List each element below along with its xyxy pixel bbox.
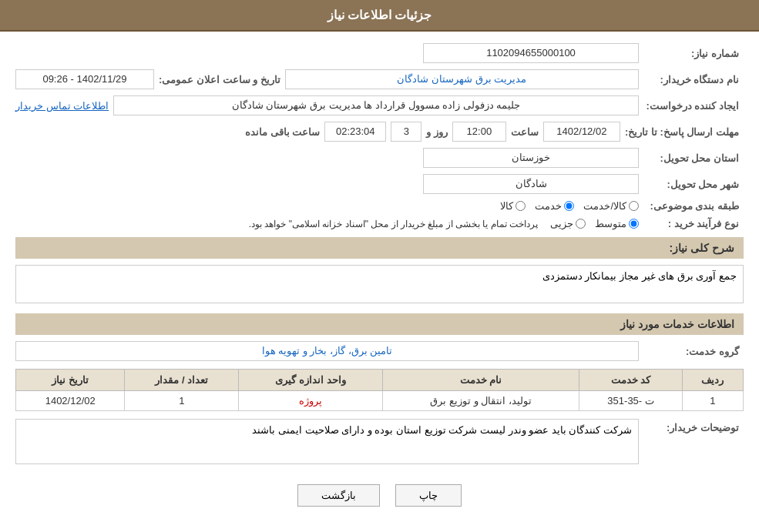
category-radio-group: کالا/خدمت خدمت کالا bbox=[500, 200, 639, 212]
cell-service-code: ت -35-351 bbox=[579, 391, 682, 411]
category-service-radio[interactable] bbox=[564, 201, 574, 211]
announce-value: 1402/11/29 - 09:26 bbox=[15, 69, 154, 89]
purchase-medium-radio[interactable] bbox=[629, 219, 639, 229]
announce-label: تاریخ و ساعت اعلان عمومی: bbox=[159, 74, 280, 85]
need-number-value: 1102094655000100 bbox=[423, 43, 639, 63]
creator-label: ایجاد کننده درخواست: bbox=[643, 100, 744, 112]
services-table-section: ردیف کد خدمت نام خدمت واحد اندازه گیری ت… bbox=[15, 369, 744, 411]
need-description-row bbox=[15, 265, 744, 306]
cell-unit: پروژه bbox=[239, 391, 382, 411]
col-quantity: تعداد / مقدار bbox=[125, 370, 239, 391]
col-unit: واحد اندازه گیری bbox=[239, 370, 382, 391]
purchase-type-label: نوع فرآیند خرید : bbox=[643, 218, 744, 229]
category-goods-service-radio[interactable] bbox=[629, 201, 639, 211]
purchase-partial[interactable]: جزیی bbox=[550, 218, 586, 229]
category-goods-label: کالا bbox=[500, 200, 513, 212]
service-group-label: گروه خدمت: bbox=[643, 346, 744, 357]
page-title: جزئیات اطلاعات نیاز bbox=[327, 8, 432, 22]
category-goods-radio[interactable] bbox=[516, 201, 526, 211]
print-button[interactable]: چاپ bbox=[395, 484, 462, 507]
services-info-header: اطلاعات خدمات مورد نیاز bbox=[15, 313, 744, 335]
need-description-textarea[interactable] bbox=[15, 265, 744, 303]
buyer-desc-row: توضیحات خریدار: bbox=[15, 419, 744, 467]
city-row: شهر محل تحویل: شادگان bbox=[15, 174, 744, 194]
category-service[interactable]: خدمت bbox=[535, 200, 574, 212]
col-service-code: کد خدمت bbox=[579, 370, 682, 391]
services-info-header-text: اطلاعات خدمات مورد نیاز bbox=[620, 318, 734, 330]
category-goods-service[interactable]: کالا/خدمت bbox=[583, 200, 639, 212]
deadline-row: مهلت ارسال پاسخ: تا تاریخ: 1402/12/02 سا… bbox=[15, 122, 744, 142]
deadline-days: 3 bbox=[391, 122, 421, 142]
buyer-org-value: مدیریت برق شهرستان شادگان bbox=[285, 69, 639, 89]
province-row: استان محل تحویل: خوزستان bbox=[15, 148, 744, 168]
service-group-value: تامین برق، گاز، بخار و تهویه هوا bbox=[15, 341, 639, 361]
service-group-row: گروه خدمت: تامین برق، گاز، بخار و تهویه … bbox=[15, 341, 744, 361]
deadline-label: مهلت ارسال پاسخ: تا تاریخ: bbox=[625, 126, 744, 138]
category-goods[interactable]: کالا bbox=[500, 200, 526, 212]
deadline-day-label: روز و bbox=[426, 126, 448, 138]
col-row-num: ردیف bbox=[682, 370, 743, 391]
creator-value: جلیمه دزفولی زاده مسوول قرارداد ها مدیری… bbox=[113, 95, 639, 115]
city-value: شادگان bbox=[423, 174, 639, 194]
cell-row-num: 1 bbox=[682, 391, 743, 411]
cell-need-date: 1402/12/02 bbox=[16, 391, 125, 411]
page-wrapper: جزئیات اطلاعات نیاز شماره نیاز: 11020946… bbox=[0, 0, 759, 532]
purchase-type-row: نوع فرآیند خرید : متوسط جزیی پرداخت تمام… bbox=[15, 218, 744, 229]
content-area: شماره نیاز: 1102094655000100 نام دستگاه … bbox=[0, 32, 759, 532]
table-header-row: ردیف کد خدمت نام خدمت واحد اندازه گیری ت… bbox=[16, 370, 744, 391]
purchase-radio-group: متوسط جزیی bbox=[550, 218, 639, 229]
deadline-time-label: ساعت bbox=[511, 126, 539, 138]
need-description-container bbox=[15, 265, 744, 306]
bottom-buttons: چاپ بازگشت bbox=[15, 473, 744, 522]
purchase-medium[interactable]: متوسط bbox=[595, 218, 639, 229]
purchase-medium-label: متوسط bbox=[595, 218, 626, 229]
buyer-desc-textarea[interactable] bbox=[15, 419, 639, 464]
creator-row: ایجاد کننده درخواست: جلیمه دزفولی زاده م… bbox=[15, 95, 744, 115]
deadline-time: 12:00 bbox=[452, 122, 506, 142]
buyer-org-label: نام دستگاه خریدار: bbox=[643, 74, 744, 85]
category-goods-service-label: کالا/خدمت bbox=[583, 200, 626, 212]
buyer-desc-container bbox=[15, 419, 639, 467]
remaining-time: 02:23:04 bbox=[324, 122, 386, 142]
province-value: خوزستان bbox=[423, 148, 639, 168]
province-label: استان محل تحویل: bbox=[643, 152, 744, 164]
need-description-header-text: شرح کلی نیاز: bbox=[670, 242, 734, 254]
buyer-desc-label: توضیحات خریدار: bbox=[643, 419, 744, 433]
remaining-label: ساعت باقی مانده bbox=[245, 126, 320, 138]
table-row: 1 ت -35-351 تولید، انتقال و توزیع برق پر… bbox=[16, 391, 744, 411]
page-header: جزئیات اطلاعات نیاز bbox=[0, 0, 759, 32]
category-service-label: خدمت bbox=[535, 200, 562, 212]
deadline-date: 1402/12/02 bbox=[543, 122, 620, 142]
col-service-name: نام خدمت bbox=[382, 370, 579, 391]
need-number-row: شماره نیاز: 1102094655000100 bbox=[15, 43, 744, 63]
purchase-note: پرداخت تمام یا بخشی از مبلغ خریدار از مح… bbox=[249, 219, 538, 229]
category-label: طبقه بندی موضوعی: bbox=[643, 200, 744, 212]
services-table: ردیف کد خدمت نام خدمت واحد اندازه گیری ت… bbox=[15, 369, 744, 411]
purchase-partial-radio[interactable] bbox=[576, 219, 586, 229]
category-row: طبقه بندی موضوعی: کالا/خدمت خدمت کالا bbox=[15, 200, 744, 212]
org-announce-row: نام دستگاه خریدار: مدیریت برق شهرستان شا… bbox=[15, 69, 744, 89]
city-label: شهر محل تحویل: bbox=[643, 179, 744, 190]
need-description-header: شرح کلی نیاز: bbox=[15, 237, 744, 259]
purchase-partial-label: جزیی bbox=[550, 218, 573, 229]
cell-service-name: تولید، انتقال و توزیع برق bbox=[382, 391, 579, 411]
back-button[interactable]: بازگشت bbox=[297, 484, 380, 507]
col-need-date: تاریخ نیاز bbox=[16, 370, 125, 391]
contact-link[interactable]: اطلاعات تماس خریدار bbox=[15, 100, 109, 112]
need-number-label: شماره نیاز: bbox=[643, 48, 744, 59]
cell-quantity: 1 bbox=[125, 391, 239, 411]
